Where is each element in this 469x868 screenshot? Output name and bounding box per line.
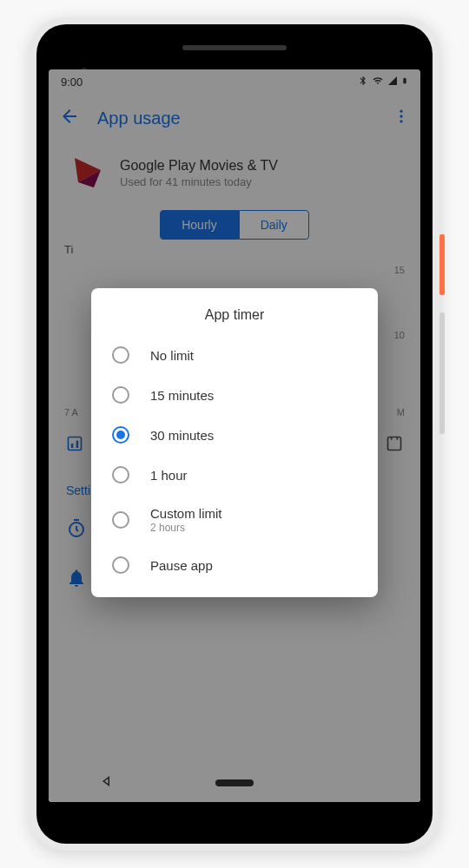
radio-label: Pause app: [150, 558, 213, 573]
radio-label: 1 hour: [150, 468, 188, 483]
radio-option-3[interactable]: 1 hour: [91, 455, 378, 495]
screen: 9:00 App usage Google: [49, 69, 420, 802]
radio-option-4[interactable]: Custom limit2 hours: [91, 495, 378, 545]
radio-icon: [112, 511, 129, 529]
radio-label: Custom limit: [150, 506, 222, 521]
radio-option-0[interactable]: No limit: [91, 335, 378, 375]
radio-option-2[interactable]: 30 minutes: [91, 415, 378, 455]
app-timer-dialog: App timer No limit15 minutes30 minutes1 …: [91, 288, 378, 597]
radio-option-1[interactable]: 15 minutes: [91, 375, 378, 415]
radio-icon: [112, 466, 129, 483]
phone-frame: 9:00 App usage Google: [30, 17, 439, 851]
radio-sublabel: 2 hours: [150, 522, 222, 534]
radio-label: 30 minutes: [150, 428, 214, 443]
radio-label: 15 minutes: [150, 388, 214, 403]
power-button: [439, 234, 445, 295]
speaker-grill: [182, 45, 287, 50]
phone-bezel: 9:00 App usage Google: [36, 24, 433, 844]
dialog-title: App timer: [91, 307, 378, 323]
radio-label: No limit: [150, 348, 194, 363]
volume-button: [439, 312, 445, 434]
radio-icon: [112, 426, 129, 444]
radio-icon: [112, 386, 129, 404]
radio-option-5[interactable]: Pause app: [91, 545, 378, 585]
radio-icon: [112, 556, 129, 574]
radio-icon: [112, 346, 129, 364]
